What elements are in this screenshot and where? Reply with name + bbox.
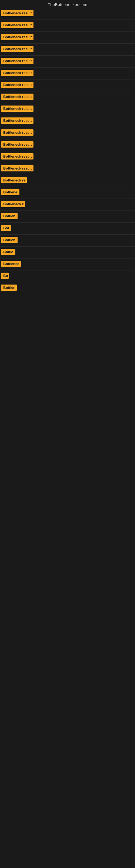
bottleneck-tag[interactable]: Bottlen [1,237,17,243]
result-row: Bo [0,271,135,282]
bottleneck-tag[interactable]: Bot [1,225,11,231]
bottleneck-tag[interactable]: Bottlen [1,213,17,219]
bottleneck-tag[interactable]: Bottleneck result [1,82,34,88]
result-row: Bottlen [0,211,135,223]
site-header: TheBottlenecker.com [0,0,135,8]
result-row: Bottleneck result [0,44,135,56]
result-row: Bottleneck result [0,151,135,163]
bottleneck-tag[interactable]: Bottleneck result [1,70,34,76]
result-row: Bottlen [0,235,135,247]
bottleneck-tag[interactable]: Bottleneck result [1,94,34,100]
bottleneck-tag[interactable]: Bottleneck result [1,153,34,159]
result-row: Bottle [0,247,135,258]
bottleneck-tag[interactable]: Bottleneck result [1,105,34,112]
result-row: Bottleneck result [0,91,135,103]
bottleneck-tag[interactable]: Bottleneck re [1,177,27,183]
bottleneck-tag[interactable]: Bottleneck r [1,201,25,207]
bottleneck-tag[interactable]: Bottleneck result [1,34,34,40]
bottleneck-tag[interactable]: Bottleneck result [1,141,34,148]
results-list: Bottleneck resultBottleneck resultBottle… [0,8,135,294]
result-row: Bottleneck result [0,163,135,175]
bottleneck-tag[interactable]: Bottleneck result [1,165,34,172]
result-row: Bottleneck result [0,8,135,20]
bottleneck-tag[interactable]: Bottler [1,284,17,291]
result-row: Bottlenec [0,258,135,271]
result-row: Bottleneck result [0,67,135,80]
result-row: Bottleneck result [0,20,135,32]
result-row: Bottleneck result [0,80,135,91]
bottleneck-tag[interactable]: Bottleneck result [1,10,34,16]
result-row: Bottleneck result [0,127,135,139]
result-row: Bottlene [0,187,135,199]
bottleneck-tag[interactable]: Bottle [1,249,15,255]
result-row: Bottler [0,282,135,294]
result-row: Bottleneck re [0,175,135,187]
bottleneck-tag[interactable]: Bottleneck result [1,22,34,28]
site-title: TheBottlenecker.com [48,2,87,7]
bottleneck-tag[interactable]: Bottlene [1,189,19,195]
result-row: Bottleneck r [0,199,135,211]
bottleneck-tag[interactable]: Bottleneck result [1,129,34,135]
bottleneck-tag[interactable]: Bottleneck result [1,46,34,52]
bottleneck-tag[interactable]: Bottleneck result [1,118,34,124]
bottleneck-tag[interactable]: Bottlenec [1,261,21,267]
result-row: Bottleneck result [0,56,135,67]
result-row: Bottleneck result [0,103,135,115]
result-row: Bottleneck result [0,139,135,151]
result-row: Bottleneck result [0,32,135,44]
bottleneck-tag[interactable]: Bo [1,273,9,279]
bottleneck-tag[interactable]: Bottleneck result [1,58,34,64]
result-row: Bot [0,223,135,235]
result-row: Bottleneck result [0,115,135,127]
